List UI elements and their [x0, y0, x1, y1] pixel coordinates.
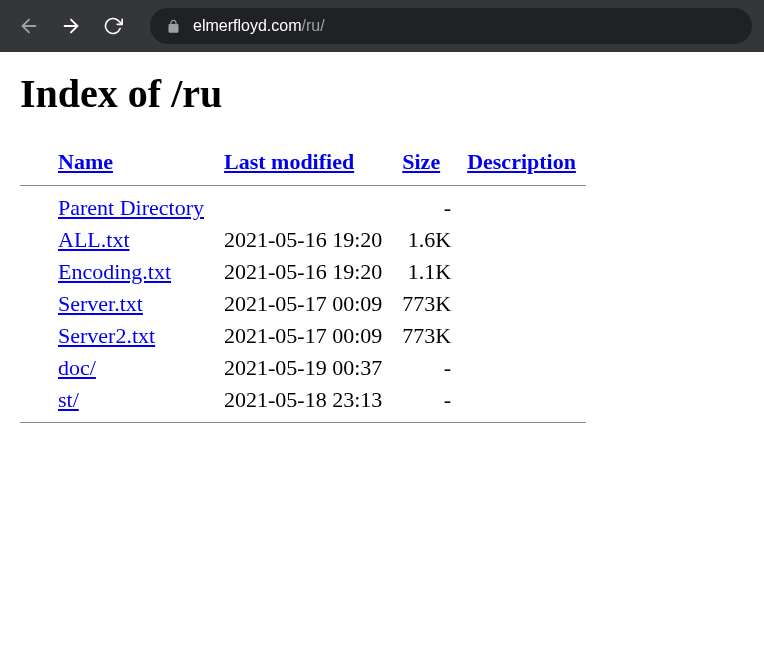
sort-size-link[interactable]: Size: [402, 149, 440, 174]
file-type-icon: [20, 192, 48, 224]
file-modified-cell: [214, 192, 392, 224]
file-description-cell: [457, 320, 586, 352]
page-title: Index of /ru: [20, 70, 744, 117]
file-type-icon: [20, 224, 48, 256]
file-name-cell: st/: [48, 384, 214, 416]
file-size-cell: 773K: [392, 320, 457, 352]
table-row: doc/ 2021-05-19 00:37 -: [20, 352, 586, 384]
file-size-cell: -: [392, 192, 457, 224]
back-button[interactable]: [12, 9, 46, 43]
header-name: Name: [48, 145, 214, 179]
file-modified-cell: 2021-05-16 19:20: [214, 224, 392, 256]
sort-modified-link[interactable]: Last modified: [224, 149, 354, 174]
forward-button[interactable]: [54, 9, 88, 43]
header-description: Description: [457, 145, 586, 179]
file-size-cell: 1.1K: [392, 256, 457, 288]
reload-icon: [103, 16, 123, 36]
file-name-cell: Server2.txt: [48, 320, 214, 352]
file-link[interactable]: Encoding.txt: [58, 259, 171, 284]
table-row: Encoding.txt 2021-05-16 19:20 1.1K: [20, 256, 586, 288]
arrow-right-icon: [60, 15, 82, 37]
divider: [20, 422, 586, 423]
directory-listing: Name Last modified Size Description Pare…: [20, 145, 586, 429]
table-row: st/ 2021-05-18 23:13 -: [20, 384, 586, 416]
file-modified-cell: 2021-05-17 00:09: [214, 288, 392, 320]
table-row: Server2.txt 2021-05-17 00:09 773K: [20, 320, 586, 352]
divider: [20, 185, 586, 186]
file-description-cell: [457, 352, 586, 384]
header-icon: [20, 145, 48, 179]
file-type-icon: [20, 352, 48, 384]
file-type-icon: [20, 320, 48, 352]
url-path: /ru/: [301, 17, 324, 34]
table-row: Parent Directory -: [20, 192, 586, 224]
file-description-cell: [457, 192, 586, 224]
file-modified-cell: 2021-05-16 19:20: [214, 256, 392, 288]
file-name-cell: doc/: [48, 352, 214, 384]
lock-icon: [166, 19, 181, 34]
file-description-cell: [457, 224, 586, 256]
url-host: elmerfloyd.com: [193, 17, 301, 34]
file-description-cell: [457, 288, 586, 320]
file-modified-cell: 2021-05-18 23:13: [214, 384, 392, 416]
file-name-cell: Server.txt: [48, 288, 214, 320]
address-bar[interactable]: elmerfloyd.com/ru/: [150, 8, 752, 44]
arrow-left-icon: [18, 15, 40, 37]
file-link[interactable]: Server.txt: [58, 291, 143, 316]
file-link[interactable]: Server2.txt: [58, 323, 155, 348]
file-type-icon: [20, 256, 48, 288]
file-link[interactable]: st/: [58, 387, 79, 412]
url-display: elmerfloyd.com/ru/: [193, 17, 325, 35]
file-type-icon: [20, 288, 48, 320]
sort-description-link[interactable]: Description: [467, 149, 576, 174]
file-type-icon: [20, 384, 48, 416]
header-last-modified: Last modified: [214, 145, 392, 179]
file-size-cell: -: [392, 384, 457, 416]
file-modified-cell: 2021-05-19 00:37: [214, 352, 392, 384]
file-name-cell: Parent Directory: [48, 192, 214, 224]
page-content: Index of /ru Name Last modified Size Des…: [0, 52, 764, 447]
file-size-cell: 1.6K: [392, 224, 457, 256]
file-link[interactable]: doc/: [58, 355, 96, 380]
sort-name-link[interactable]: Name: [58, 149, 113, 174]
file-name-cell: ALL.txt: [48, 224, 214, 256]
file-link[interactable]: ALL.txt: [58, 227, 130, 252]
file-link[interactable]: Parent Directory: [58, 195, 204, 220]
file-name-cell: Encoding.txt: [48, 256, 214, 288]
file-description-cell: [457, 384, 586, 416]
file-size-cell: 773K: [392, 288, 457, 320]
file-modified-cell: 2021-05-17 00:09: [214, 320, 392, 352]
file-size-cell: -: [392, 352, 457, 384]
file-description-cell: [457, 256, 586, 288]
reload-button[interactable]: [96, 9, 130, 43]
header-row: Name Last modified Size Description: [20, 145, 586, 179]
header-size: Size: [392, 145, 457, 179]
table-row: Server.txt 2021-05-17 00:09 773K: [20, 288, 586, 320]
browser-toolbar: elmerfloyd.com/ru/: [0, 0, 764, 52]
table-row: ALL.txt 2021-05-16 19:20 1.6K: [20, 224, 586, 256]
